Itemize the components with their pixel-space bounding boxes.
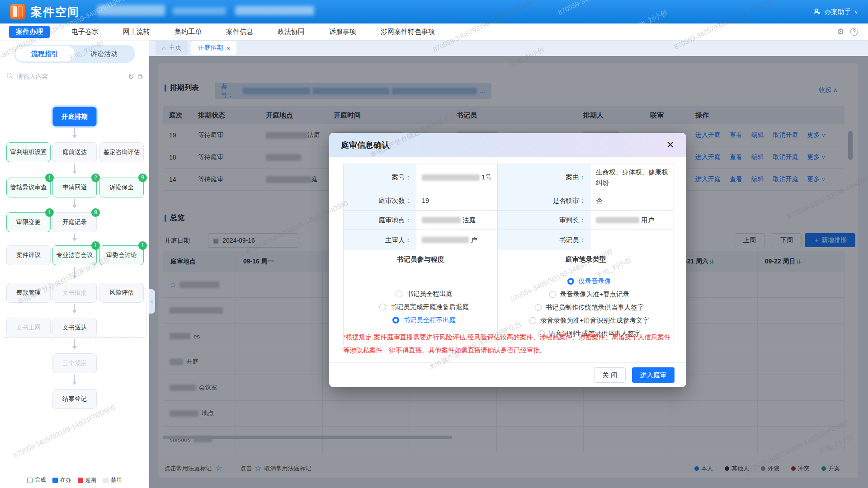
flow-node-document-approval[interactable]: 文书报批: [52, 283, 97, 303]
record-type-column-header: 庭审笔录类型: [498, 250, 674, 269]
flow-arrow: [74, 128, 75, 138]
flow-node-case-review[interactable]: 案件评议: [6, 245, 51, 265]
top-header: 案件空间 办案助手 ∨: [0, 0, 868, 23]
assistant-person-icon: [813, 8, 821, 16]
participation-column-header: 书记员参与程度: [344, 250, 498, 269]
radio-option[interactable]: 录音录像为准+语音识别生成参考文字: [529, 316, 649, 325]
nav-tab-case-handling[interactable]: 案件办理: [9, 26, 50, 38]
radio-option[interactable]: 书记员全程出庭: [396, 290, 453, 298]
help-icon[interactable]: ?: [850, 28, 858, 36]
location-value: 法庭: [416, 211, 498, 230]
sidebar: 流程指引 诉讼活动 请输入内容 ↻ ⧉ 开庭排期 审判组织设置 庭前送达 鉴定咨…: [0, 40, 149, 488]
flow-node-hearing-schedule[interactable]: 开庭排期: [52, 107, 97, 127]
app-logo-icon: [10, 4, 25, 19]
radio-option-selected[interactable]: 仅录音录像: [567, 277, 611, 286]
case-assistant-button[interactable]: 办案助手 ∨: [813, 8, 858, 16]
flow-node-appraisal-consult[interactable]: 鉴定咨询评估: [99, 142, 144, 162]
toggle-process-guide[interactable]: 流程指引: [15, 46, 75, 61]
flow-arrow: [74, 234, 75, 241]
flow-node-fee-management[interactable]: 费款管理: [6, 283, 51, 303]
radio-icon: [529, 317, 536, 324]
nav-tab-internet-case[interactable]: 涉网案件特色事项: [381, 28, 435, 36]
nav-tab-political-legal[interactable]: 政法协同: [278, 28, 305, 36]
redacted-text: [422, 237, 469, 243]
main-nav: 案件办理 电子卷宗 网上流转 集约工单 案件信息 政法协同 诉服事项 涉网案件特…: [0, 23, 868, 40]
flow-node-judges-meeting[interactable]: 专业法官会议 1: [52, 245, 97, 265]
flow-arrow: [74, 267, 75, 278]
legend-disabled-swatch: [103, 478, 108, 483]
flow-node-three-rules[interactable]: 三个规定: [52, 353, 97, 373]
close-icon[interactable]: ✕: [666, 140, 675, 150]
flow-arrow: [74, 199, 75, 208]
cause-label: 案由：: [498, 164, 590, 191]
nav-tab-litigation-service[interactable]: 诉服事项: [329, 28, 356, 36]
flow-node-hearing-record[interactable]: 开庭记录 9: [52, 212, 97, 232]
dialog-header: 庭审信息确认 ✕: [329, 133, 686, 157]
home-icon: ⌂: [162, 44, 165, 52]
flow-node-preservation[interactable]: 诉讼保全 9: [99, 178, 144, 197]
flow-node-case-closing[interactable]: 结案登记: [52, 389, 97, 409]
radio-icon: [392, 317, 399, 324]
live-broadcast-warning: *根据规定,案件庭审直播需要进行风险评估,经风险评估较高的案件、涉敏感案件、涉密…: [343, 331, 675, 357]
session-count-label: 庭审次数：: [344, 191, 416, 211]
radio-option-selected[interactable]: 书记员全程不出庭: [392, 316, 456, 324]
divider: [120, 73, 120, 80]
redacted-text: [173, 7, 226, 15]
page-tabstrip: ⌂ 主页 开庭排期 ×: [149, 40, 868, 56]
radio-option[interactable]: 书记员制作传统笔录供当事人签字: [535, 303, 644, 312]
flow-node-jurisdiction-review[interactable]: 管辖异议审查 1: [6, 178, 51, 197]
legend-doing-swatch: [52, 478, 58, 483]
chevron-down-icon: ∨: [854, 9, 858, 15]
flow-arrow: [74, 375, 75, 385]
layers-icon[interactable]: ⧉: [137, 73, 142, 81]
session-count-value: 19: [416, 191, 498, 211]
close-button[interactable]: 关 闭: [594, 367, 626, 383]
close-icon[interactable]: ×: [226, 44, 230, 52]
enter-hearing-button[interactable]: 进入庭审: [632, 367, 675, 383]
legend-done-swatch: [27, 478, 33, 483]
flow-node-trial-org[interactable]: 审判组织设置: [6, 142, 51, 162]
nav-tab-work-orders[interactable]: 集约工单: [175, 28, 202, 36]
badge-count: 9: [91, 208, 100, 217]
clerk-value: [590, 230, 674, 250]
radio-option[interactable]: 录音录像为准+要点记录: [549, 290, 629, 299]
redacted-text: [596, 217, 639, 223]
flow-node-committee-discussion[interactable]: 审委会讨论 1: [99, 245, 144, 265]
chief-judge-value: 用户: [590, 211, 674, 230]
radio-icon: [396, 291, 402, 297]
toggle-litigation-activity[interactable]: 诉讼活动: [75, 46, 134, 61]
nav-tab-case-info[interactable]: 案件信息: [226, 28, 253, 36]
presiding-judge-label: 主审人：: [344, 230, 416, 250]
radio-option[interactable]: 书记员完成开庭准备后退庭: [379, 303, 469, 311]
tab-home[interactable]: ⌂ 主页: [156, 41, 188, 55]
joint-trial-value: 否: [590, 191, 674, 211]
flow-node-risk-assessment[interactable]: 风险评估: [99, 283, 144, 303]
badge-count: 2: [91, 174, 100, 182]
search-icon: [6, 72, 13, 81]
nav-tab-e-dossier[interactable]: 电子卷宗: [71, 28, 99, 36]
case-no-value: 1号: [416, 164, 498, 191]
sidebar-collapse-handle[interactable]: ‹: [149, 289, 155, 314]
case-no-label: 案号：: [344, 164, 416, 191]
radio-icon: [549, 291, 556, 298]
nav-tab-online-transfer[interactable]: 网上流转: [123, 28, 150, 36]
sidebar-toggle: 流程指引 诉讼活动: [14, 45, 135, 63]
flow-node-document-service[interactable]: 文书送达: [52, 318, 97, 338]
cause-value: 生命权、身体权、健康权纠纷: [590, 164, 674, 191]
flow-node-recusal-request[interactable]: 申请回避 2: [52, 178, 97, 197]
tab-hearing-schedule[interactable]: 开庭排期 ×: [191, 41, 236, 55]
chief-judge-label: 审判长：: [498, 211, 590, 230]
gear-icon[interactable]: ⚙: [837, 27, 844, 37]
flow-node-pretrial-service[interactable]: 庭前送达: [52, 142, 97, 162]
flow-arrow: [74, 339, 75, 349]
sidebar-search[interactable]: 请输入内容 ↻ ⧉: [0, 67, 149, 86]
flow-node-document-online[interactable]: 文书上网: [6, 318, 51, 338]
joint-trial-label: 是否联审：: [498, 191, 590, 211]
flow-status-legend: 完成 在办 超期 禁用: [0, 476, 149, 484]
flow-node-deadline-change[interactable]: 审限变更 1: [6, 212, 51, 232]
refresh-icon[interactable]: ↻: [128, 73, 134, 81]
clerk-label: 书记员：: [498, 230, 590, 250]
legend-overdue-swatch: [78, 478, 83, 483]
redacted-text: [235, 6, 314, 15]
radio-icon: [535, 304, 542, 311]
